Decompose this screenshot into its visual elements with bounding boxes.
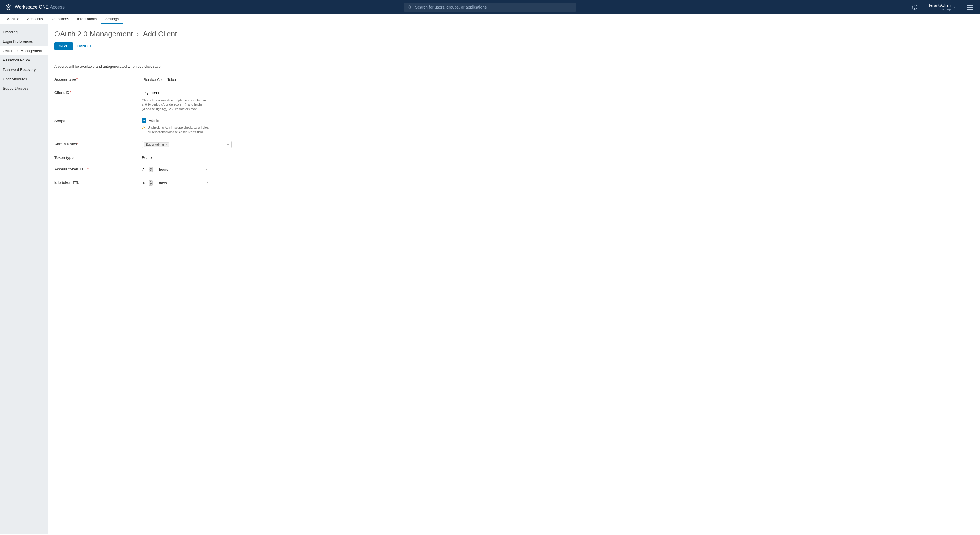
select-idle-ttl-unit[interactable]: days bbox=[157, 180, 210, 187]
chevron-down-icon bbox=[204, 78, 207, 81]
svg-marker-10 bbox=[150, 181, 152, 182]
label-client-id: Client ID* bbox=[54, 90, 142, 95]
caret-up-icon bbox=[150, 181, 152, 182]
chevron-down-icon bbox=[205, 181, 208, 184]
sidebar-item-login-preferences[interactable]: Login Preferences bbox=[0, 37, 48, 46]
stepper-down-button[interactable] bbox=[149, 169, 153, 172]
label-idle-ttl: Idle token TTL bbox=[54, 180, 142, 185]
tab-resources[interactable]: Resources bbox=[47, 14, 73, 24]
sidebar-item-password-policy[interactable]: Password Policy bbox=[0, 56, 48, 65]
svg-point-1 bbox=[8, 6, 10, 7]
search-input[interactable] bbox=[415, 5, 573, 10]
sidebar-item-password-recovery[interactable]: Password Recovery bbox=[0, 65, 48, 74]
save-button[interactable]: SAVE bbox=[54, 42, 73, 50]
row-access-type: Access type* Service Client Token bbox=[54, 77, 974, 83]
label-admin-roles: Admin Roles* bbox=[54, 141, 142, 146]
settings-sidebar: Branding Login Preferences OAuth 2.0 Man… bbox=[0, 24, 48, 535]
tab-settings[interactable]: Settings bbox=[101, 14, 123, 24]
stepper-access-ttl[interactable] bbox=[142, 167, 154, 173]
breadcrumb-root[interactable]: OAuth 2.0 Management bbox=[54, 30, 133, 38]
user-text: Tenant Admin anoop bbox=[928, 3, 951, 11]
primary-tabs: Monitor Accounts Resources Integrations … bbox=[0, 14, 980, 24]
row-scope: Scope Admin Unchecking Admin scope check… bbox=[54, 118, 974, 134]
tab-accounts[interactable]: Accounts bbox=[23, 14, 47, 24]
sidebar-item-oauth-management[interactable]: OAuth 2.0 Management bbox=[0, 46, 48, 56]
stepper-down-button[interactable] bbox=[149, 183, 153, 185]
label-scope: Scope bbox=[54, 118, 142, 123]
stepper-buttons bbox=[149, 167, 153, 172]
chevron-down-icon bbox=[953, 5, 956, 9]
svg-marker-11 bbox=[150, 183, 152, 185]
chevron-down-icon bbox=[226, 143, 230, 146]
stepper-buttons bbox=[149, 180, 153, 185]
scope-admin-option: Admin bbox=[142, 118, 244, 123]
chip-super-admin: Super Admin × bbox=[144, 142, 169, 147]
row-idle-ttl: Idle token TTL days bbox=[54, 180, 974, 187]
multiselect-admin-roles[interactable]: Super Admin × bbox=[142, 141, 232, 148]
tab-monitor[interactable]: Monitor bbox=[2, 14, 23, 24]
info-text: A secret will be available and autogener… bbox=[54, 64, 974, 69]
select-idle-ttl-unit-value: days bbox=[159, 181, 167, 185]
caret-down-icon bbox=[150, 170, 152, 171]
chevron-down-icon bbox=[205, 168, 208, 171]
value-token-type: Bearer bbox=[142, 155, 244, 160]
svg-marker-8 bbox=[150, 168, 152, 169]
search-wrap bbox=[404, 3, 576, 12]
select-access-ttl-unit-value: hours bbox=[159, 167, 169, 172]
brand-main: Workspace ONE bbox=[15, 5, 49, 10]
input-idle-ttl-value[interactable] bbox=[142, 180, 149, 186]
checkbox-scope-admin[interactable] bbox=[142, 118, 146, 123]
brand-logo-icon bbox=[5, 4, 12, 11]
tab-integrations[interactable]: Integrations bbox=[73, 14, 101, 24]
stepper-idle-ttl[interactable] bbox=[142, 180, 154, 187]
user-menu[interactable]: Tenant Admin anoop bbox=[926, 3, 958, 11]
user-name: anoop bbox=[928, 7, 951, 11]
label-token-type: Token type bbox=[54, 155, 142, 160]
required-marker: * bbox=[77, 142, 78, 146]
label-access-type: Access type* bbox=[54, 77, 142, 81]
svg-line-3 bbox=[410, 8, 411, 9]
brand: Workspace ONE Access bbox=[5, 4, 65, 11]
chip-label: Super Admin bbox=[146, 143, 164, 146]
brand-text: Workspace ONE Access bbox=[15, 5, 65, 10]
brand-sub: Access bbox=[50, 5, 65, 10]
scope-warning-text: Unchecking Admin scope checkbox will cle… bbox=[148, 126, 210, 134]
apps-grid-icon bbox=[967, 5, 973, 10]
caret-up-icon bbox=[150, 168, 152, 169]
caret-down-icon bbox=[150, 183, 152, 185]
top-header: Workspace ONE Access Tenant Admin anoop bbox=[0, 0, 980, 14]
chip-remove-button[interactable]: × bbox=[165, 143, 167, 146]
stepper-up-button[interactable] bbox=[149, 167, 153, 169]
warning-icon bbox=[142, 126, 146, 130]
form-area: A secret will be available and autogener… bbox=[48, 58, 980, 204]
chevron-right-icon: › bbox=[137, 30, 139, 38]
help-button[interactable] bbox=[910, 2, 920, 12]
check-icon bbox=[143, 119, 146, 122]
row-admin-roles: Admin Roles* Super Admin × bbox=[54, 141, 974, 148]
breadcrumb: OAuth 2.0 Management › Add Client bbox=[54, 30, 974, 38]
page-actions: SAVE CANCEL bbox=[54, 42, 974, 50]
row-client-id: Client ID* Characters allowed are: alpha… bbox=[54, 90, 974, 111]
input-client-id[interactable] bbox=[142, 90, 208, 96]
global-search[interactable] bbox=[404, 3, 576, 12]
row-token-type: Token type Bearer bbox=[54, 155, 974, 160]
select-access-ttl-unit[interactable]: hours bbox=[157, 166, 210, 173]
input-access-ttl-value[interactable] bbox=[142, 167, 149, 172]
cancel-button[interactable]: CANCEL bbox=[77, 42, 92, 50]
required-marker: * bbox=[76, 77, 78, 81]
page-header: OAuth 2.0 Management › Add Client SAVE C… bbox=[48, 24, 980, 54]
select-access-type-value: Service Client Token bbox=[144, 77, 177, 81]
select-access-type[interactable]: Service Client Token bbox=[142, 77, 208, 83]
label-access-ttl: Access token TTL * bbox=[54, 166, 142, 171]
sidebar-item-branding[interactable]: Branding bbox=[0, 27, 48, 37]
svg-marker-0 bbox=[6, 4, 11, 10]
stepper-up-button[interactable] bbox=[149, 181, 153, 183]
breadcrumb-current: Add Client bbox=[143, 30, 177, 38]
sidebar-item-user-attributes[interactable]: User Attributes bbox=[0, 74, 48, 84]
helper-client-id: Characters allowed are: alphanumeric (A-… bbox=[142, 98, 207, 111]
apps-launcher[interactable] bbox=[965, 2, 975, 12]
svg-point-2 bbox=[408, 6, 410, 8]
help-icon bbox=[912, 4, 918, 10]
content-layout: Branding Login Preferences OAuth 2.0 Man… bbox=[0, 24, 980, 535]
sidebar-item-support-access[interactable]: Support Access bbox=[0, 84, 48, 93]
